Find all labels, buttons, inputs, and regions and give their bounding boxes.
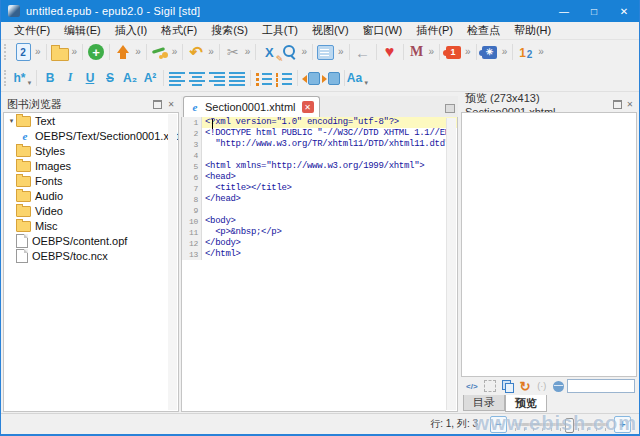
- tree-item-styles[interactable]: Styles: [4, 143, 178, 158]
- refresh-icon[interactable]: ↻: [520, 379, 531, 393]
- menu-plugins[interactable]: 插件(P): [409, 23, 460, 38]
- overflow-chevron-icon[interactable]: »: [429, 42, 435, 62]
- overflow-chevron-icon[interactable]: »: [208, 42, 214, 62]
- align-left-icon[interactable]: [167, 68, 187, 88]
- code-line[interactable]: 8</head>: [182, 194, 457, 205]
- menu-insert[interactable]: 插入(I): [108, 23, 154, 38]
- close-panel-icon[interactable]: ✕: [625, 98, 635, 110]
- save-upload-icon[interactable]: [113, 42, 133, 62]
- tree-item-video[interactable]: Video: [4, 203, 178, 218]
- spellcheck-icon[interactable]: X: [259, 42, 279, 62]
- maximize-button[interactable]: □: [579, 0, 609, 22]
- code-line[interactable]: 5<html xmlns="http://www.w3.org/1999/xht…: [182, 161, 457, 172]
- tab-section0001[interactable]: e Section0001.xhtml ✕: [183, 96, 320, 117]
- overflow-chevron-icon[interactable]: »: [301, 42, 307, 62]
- tree-item-text-folder[interactable]: ▾ Text: [4, 113, 178, 128]
- menu-edit[interactable]: 编辑(E): [57, 23, 108, 38]
- preview-address-input[interactable]: [567, 379, 635, 393]
- tree-item-toc-ncx[interactable]: OEBPS/toc.ncx: [4, 248, 178, 263]
- tree-item-content-opf[interactable]: OEBPS/content.opf: [4, 233, 178, 248]
- italic-icon[interactable]: I: [60, 68, 80, 88]
- back-icon[interactable]: ←: [353, 42, 373, 62]
- close-panel-icon[interactable]: ✕: [165, 98, 177, 110]
- code-line[interactable]: 9: [182, 205, 457, 216]
- dock-icon[interactable]: [445, 104, 455, 113]
- casing-icon[interactable]: Aa▼: [348, 68, 368, 88]
- copy-icon[interactable]: [502, 379, 514, 393]
- tab-close-icon[interactable]: ✕: [302, 101, 314, 113]
- code-line[interactable]: 12</body>: [182, 238, 457, 249]
- tab-preview[interactable]: 预览: [505, 395, 547, 412]
- overflow-chevron-icon[interactable]: »: [172, 42, 178, 62]
- browser-icon[interactable]: [553, 379, 564, 393]
- code-line[interactable]: 4: [182, 150, 457, 161]
- overflow-chevron-icon[interactable]: »: [465, 42, 471, 62]
- subscript-icon[interactable]: A₂: [120, 68, 140, 88]
- tree-item-audio[interactable]: Audio: [4, 188, 178, 203]
- code-line[interactable]: 6<head>: [182, 172, 457, 183]
- code-line[interactable]: 11 <p>&nbsp;</p>: [182, 227, 457, 238]
- plugin-m-icon[interactable]: M: [407, 42, 427, 62]
- open-folder-icon[interactable]: [50, 42, 70, 62]
- code-view-icon[interactable]: </>: [466, 379, 478, 393]
- menu-help[interactable]: 帮助(H): [507, 23, 558, 38]
- add-file-icon[interactable]: +: [86, 42, 106, 62]
- menu-checkpoints[interactable]: 检查点: [460, 23, 507, 38]
- superscript-icon[interactable]: A²: [140, 68, 160, 88]
- code-view[interactable]: 1<?xml version="1.0" encoding="utf-8"?> …: [181, 117, 458, 412]
- tree-item-fonts[interactable]: Fonts: [4, 173, 178, 188]
- overflow-chevron-icon[interactable]: »: [35, 42, 41, 62]
- code-line[interactable]: 13</html>: [182, 249, 457, 260]
- select-all-icon[interactable]: [484, 379, 496, 393]
- align-right-icon[interactable]: [207, 68, 227, 88]
- zoom-slider[interactable]: [513, 417, 608, 432]
- code-line[interactable]: 3 "http://www.w3.org/TR/xhtml11/DTD/xhtm…: [182, 139, 457, 150]
- index-12-icon[interactable]: [516, 42, 536, 62]
- menu-file[interactable]: 文件(F): [7, 23, 57, 38]
- close-button[interactable]: ✕: [609, 0, 639, 22]
- tree-item-misc[interactable]: Misc: [4, 218, 178, 233]
- underline-icon[interactable]: U: [80, 68, 100, 88]
- expand-arrow-icon[interactable]: ▾: [7, 117, 16, 125]
- align-center-icon[interactable]: [187, 68, 207, 88]
- metadata-editor-icon[interactable]: [150, 42, 170, 62]
- overflow-chevron-icon[interactable]: »: [538, 42, 544, 62]
- toolbar-grip[interactable]: [4, 70, 10, 86]
- code-line[interactable]: 10<body>: [182, 216, 457, 227]
- indent-icon[interactable]: [321, 68, 341, 88]
- numbered-list-icon[interactable]: [274, 68, 294, 88]
- new-epub2-icon[interactable]: 2: [13, 42, 33, 62]
- zoom-in-button[interactable]: +: [614, 416, 631, 433]
- plugin-1-icon[interactable]: 1: [443, 42, 463, 62]
- code-line[interactable]: 2<!DOCTYPE html PUBLIC "-//W3C//DTD XHTM…: [182, 128, 457, 139]
- donate-heart-icon[interactable]: ♥: [380, 42, 400, 62]
- outdent-icon[interactable]: [301, 68, 321, 88]
- overflow-chevron-icon[interactable]: »: [502, 42, 508, 62]
- slider-track[interactable]: [513, 423, 608, 426]
- code-line[interactable]: 1<?xml version="1.0" encoding="utf-8"?>: [182, 117, 457, 128]
- bold-icon[interactable]: B: [40, 68, 60, 88]
- float-panel-icon[interactable]: [612, 98, 622, 110]
- plugin-gear-icon[interactable]: ✳: [480, 42, 500, 62]
- slider-handle[interactable]: [565, 418, 574, 433]
- overflow-chevron-icon[interactable]: »: [245, 42, 251, 62]
- menu-search[interactable]: 搜索(S): [204, 23, 255, 38]
- sync-icon[interactable]: (·): [536, 379, 547, 393]
- find-icon[interactable]: [279, 42, 299, 62]
- menu-format[interactable]: 格式(F): [154, 23, 204, 38]
- tab-toc[interactable]: 目录: [463, 395, 505, 411]
- tree-item-images[interactable]: Images: [4, 158, 178, 173]
- float-panel-icon[interactable]: [151, 98, 163, 110]
- minimize-button[interactable]: —: [549, 0, 579, 22]
- heading-icon[interactable]: h*▼: [13, 68, 33, 88]
- cut-icon[interactable]: ✂: [223, 42, 243, 62]
- toolbar-grip[interactable]: [4, 44, 10, 60]
- code-line[interactable]: 7 <title></title>: [182, 183, 457, 194]
- overflow-chevron-icon[interactable]: »: [135, 42, 141, 62]
- strikethrough-icon[interactable]: S: [100, 68, 120, 88]
- overflow-chevron-icon[interactable]: »: [72, 42, 78, 62]
- align-justify-icon[interactable]: [227, 68, 247, 88]
- mark-indent-icon[interactable]: [316, 42, 336, 62]
- preview-content[interactable]: [461, 112, 637, 377]
- undo-icon[interactable]: ↶: [186, 42, 206, 62]
